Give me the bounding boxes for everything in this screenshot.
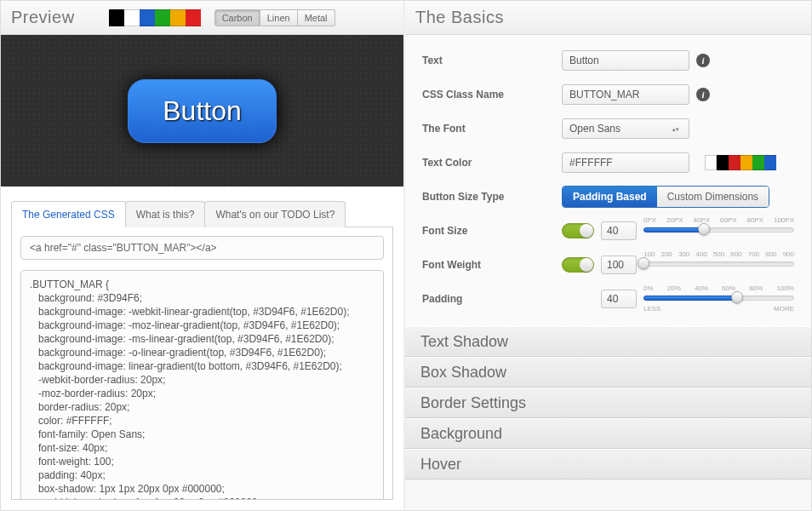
section-hover[interactable]: Hover xyxy=(405,449,811,479)
label-padding: Padding xyxy=(422,293,550,305)
preview-header: Preview Carbon Linen Metal xyxy=(1,1,403,35)
swatch-green[interactable] xyxy=(752,155,764,170)
theme-linen[interactable]: Linen xyxy=(260,9,298,26)
preview-button[interactable]: Button xyxy=(128,79,277,143)
preview-swatches xyxy=(109,9,201,26)
label-font-weight: Font Weight xyxy=(422,259,550,271)
theme-carbon[interactable]: Carbon xyxy=(214,9,260,26)
select-font-value: Open Sans xyxy=(569,123,620,135)
swatch-orange[interactable] xyxy=(741,155,752,170)
theme-buttons: Carbon Linen Metal xyxy=(214,9,335,26)
slider-thumb[interactable] xyxy=(731,291,743,303)
label-font: The Font xyxy=(422,123,550,135)
section-background[interactable]: Background xyxy=(405,418,811,449)
info-icon[interactable]: i xyxy=(696,54,710,67)
label-font-size: Font Size xyxy=(422,225,550,237)
basics-body: Text i CSS Class Name i The Font Open Sa… xyxy=(405,35,811,326)
section-box-shadow[interactable]: Box Shadow xyxy=(405,357,811,388)
tab-generated-css[interactable]: The Generated CSS xyxy=(11,201,126,227)
tab-what-is-this[interactable]: What is this? xyxy=(125,201,206,227)
input-css-class[interactable] xyxy=(562,84,689,105)
input-text[interactable] xyxy=(562,50,689,71)
theme-metal[interactable]: Metal xyxy=(298,9,335,26)
chevron-updown-icon: ▴▾ xyxy=(670,124,682,133)
tab-todo[interactable]: What's on our TODO List? xyxy=(204,201,346,227)
swatch-white[interactable] xyxy=(124,9,140,26)
preview-title: Preview xyxy=(11,8,75,27)
slider-padding[interactable]: 0% 20% 40% 60% 80% 100% LESS MORE xyxy=(643,286,794,312)
swatch-black[interactable] xyxy=(109,9,124,26)
section-text-shadow[interactable]: Text Shadow xyxy=(405,326,811,357)
seg-padding-based[interactable]: Padding Based xyxy=(563,187,657,207)
swatch-white[interactable] xyxy=(705,155,717,170)
swatch-blue[interactable] xyxy=(764,155,776,170)
basics-title: The Basics xyxy=(415,8,504,27)
hint-more: MORE xyxy=(774,305,794,313)
label-text: Text xyxy=(422,55,550,66)
input-text-color[interactable] xyxy=(562,152,689,173)
swatch-black[interactable] xyxy=(717,155,729,170)
swatch-orange[interactable] xyxy=(170,9,186,26)
hint-less: LESS xyxy=(643,305,660,313)
html-snippet[interactable]: <a href="#" class="BUTTON_MAR"></a> xyxy=(20,236,384,260)
swatch-blue[interactable] xyxy=(140,9,155,26)
toggle-font-weight[interactable] xyxy=(562,257,594,273)
swatch-red[interactable] xyxy=(729,155,741,170)
label-text-color: Text Color xyxy=(422,157,550,169)
font-size-value[interactable]: 40 xyxy=(601,221,637,240)
select-font[interactable]: Open Sans ▴▾ xyxy=(562,118,689,139)
seg-custom-dimensions[interactable]: Custom Dimensions xyxy=(657,187,769,207)
text-color-swatches xyxy=(705,155,776,170)
code-box: <a href="#" class="BUTTON_MAR"></a> .BUT… xyxy=(11,227,393,500)
slider-thumb[interactable] xyxy=(698,223,710,235)
label-css-class: CSS Class Name xyxy=(422,89,550,100)
css-tabs: The Generated CSS What is this? What's o… xyxy=(11,200,393,227)
padding-value[interactable]: 40 xyxy=(601,290,637,308)
preview-canvas: Button xyxy=(1,35,403,187)
swatch-red[interactable] xyxy=(186,9,201,26)
size-type-group: Padding Based Custom Dimensions xyxy=(562,186,769,208)
section-border-settings[interactable]: Border Settings xyxy=(405,388,811,418)
slider-font-size[interactable]: 0PX 20PX 40PX 60PX 80PX 100PX xyxy=(643,218,794,244)
toggle-font-size[interactable] xyxy=(562,223,594,238)
css-output[interactable]: .BUTTON_MAR { background: #3D94F6; backg… xyxy=(20,270,384,500)
info-icon[interactable]: i xyxy=(696,88,710,101)
slider-font-weight[interactable]: 100 200 300 400 500 600 700 800 900 xyxy=(643,252,794,278)
swatch-green[interactable] xyxy=(155,9,170,26)
font-weight-value[interactable]: 100 xyxy=(601,256,637,274)
slider-thumb[interactable] xyxy=(638,257,649,269)
label-size-type: Button Size Type xyxy=(422,191,550,203)
basics-header: The Basics xyxy=(405,1,811,35)
